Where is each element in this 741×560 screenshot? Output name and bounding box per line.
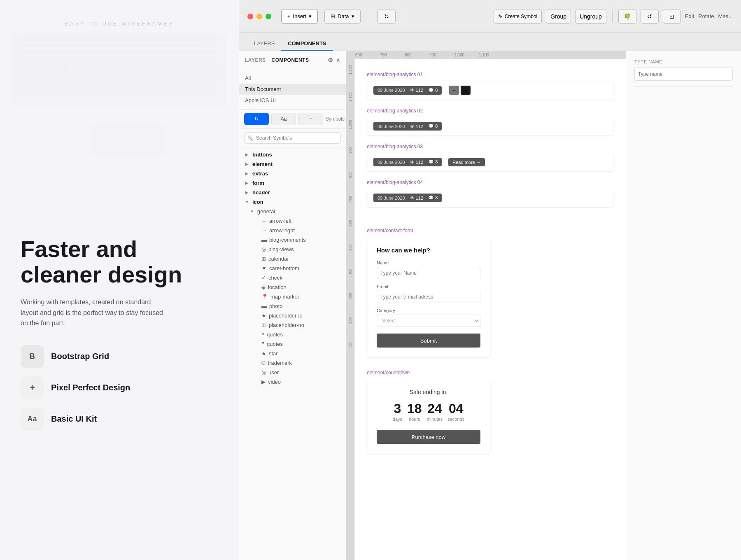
source-this-document[interactable]: This Document <box>239 84 346 95</box>
tree-label-quotes-2: quotes <box>267 341 283 347</box>
tree-label-buttons: buttons <box>252 152 272 158</box>
tree-label-blog-comments: blog-comments <box>269 237 306 243</box>
submit-button[interactable]: Submit <box>377 334 480 348</box>
insert-label: Insert <box>293 13 307 19</box>
arrow-right-icon: ▶ <box>245 190 250 195</box>
feature-label-1: Pixel Perfect Design <box>51 383 130 392</box>
ungroup-button[interactable]: Ungroup <box>575 9 606 24</box>
countdown-units: 3 days 18 hours 24 minutes <box>377 402 480 422</box>
tree-item-placeholder-ic[interactable]: ★ placeholder-ic <box>239 311 346 320</box>
mask-icon-btn[interactable]: ⊡ <box>663 9 681 24</box>
tree-item-check[interactable]: ✓ check <box>239 273 346 282</box>
data-button[interactable]: ⊞ Data ▾ <box>324 9 360 24</box>
tree-label-trademark: trademark <box>268 360 292 366</box>
tree-item-buttons[interactable]: ▶ buttons <box>239 150 346 159</box>
tree-item-quotes-1[interactable]: ❝ quotes <box>239 330 346 339</box>
tab-layers[interactable]: LAYERS <box>247 37 281 51</box>
purchase-button[interactable]: Purchase now <box>377 430 480 444</box>
analytics-card-1[interactable]: 09 June 2020 👁 112 💬 8 ← → <box>367 81 613 100</box>
tree-item-placeholder-no[interactable]: ① placeholder-no <box>239 320 346 330</box>
tab-bar: LAYERS COMPONENTS <box>239 33 741 51</box>
tree-item-quotes-2[interactable]: ❞ quotes <box>239 339 346 349</box>
analytics-card-3[interactable]: 09 June 2020 👁 112 💬 8 Read more → <box>367 153 613 171</box>
search-input[interactable] <box>244 132 341 144</box>
tree-item-header[interactable]: ▶ header <box>239 188 346 197</box>
tree-item-caret-bottom[interactable]: ▼ caret-bottom <box>239 264 346 273</box>
sync-button[interactable]: ↻ <box>377 9 396 24</box>
name-input[interactable] <box>377 267 480 279</box>
type-name-input[interactable] <box>634 68 733 81</box>
tree-item-arrow-right[interactable]: → arrow-right <box>239 226 346 235</box>
analytics-card-4-wrapper: element/blog-analytics 04 09 June 2020 👁… <box>367 180 613 207</box>
leaf-icon-btn[interactable]: 🍀 <box>618 9 636 24</box>
sidebar-header: LAYERS COMPONENTS ⚙ ∧ <box>239 51 346 69</box>
tree-item-blog-comments[interactable]: ▬ blog-comments <box>239 235 346 245</box>
meta-comments-3: 💬 8 <box>428 159 438 165</box>
tree-item-calendar[interactable]: ⊞ calendar <box>239 254 346 264</box>
ruler-mark-1000: 1.000 <box>453 53 478 57</box>
check-icon: ✓ <box>261 275 266 281</box>
group-button[interactable]: Group <box>546 9 571 24</box>
toolbar-separator-2 <box>404 11 404 22</box>
nav-next-arrow[interactable]: → <box>461 86 471 95</box>
sidebar-layers-tab[interactable]: LAYERS <box>245 57 266 63</box>
chevron-down-icon: ▾ <box>309 13 312 19</box>
category-select[interactable]: Select <box>377 315 480 327</box>
analytics-card-4[interactable]: 09 June 2020 👁 112 💬 8 <box>367 189 613 207</box>
tree-item-star[interactable]: ★ star <box>239 349 346 358</box>
analytics-meta-4: 09 June 2020 👁 112 💬 8 <box>373 194 442 202</box>
analytics-card-3-wrapper: element/blog-analytics 03 09 June 2020 👁… <box>367 144 613 171</box>
form-title: How can we help? <box>377 247 480 254</box>
tree-item-element[interactable]: ▶ element <box>239 159 346 169</box>
filter-text-btn[interactable]: Aa <box>271 113 296 125</box>
tree-label-blog-views: blog-views <box>268 246 294 252</box>
tree-item-general[interactable]: ▼ general <box>239 207 346 216</box>
close-button[interactable] <box>247 14 253 19</box>
source-all[interactable]: All <box>239 72 346 84</box>
tree-label-check: check <box>268 275 282 281</box>
tree-item-form[interactable]: ▶ form <box>239 178 346 188</box>
rotate-icon-btn[interactable]: ↺ <box>641 9 659 24</box>
sidebar-components-tab[interactable]: COMPONENTS <box>272 57 309 63</box>
read-more-button[interactable]: Read more → <box>448 158 485 166</box>
arrow-right-icon: ▶ <box>245 162 250 166</box>
tree-label-video: video <box>268 379 281 385</box>
tree-item-video[interactable]: ▶ video <box>239 377 346 387</box>
email-input[interactable] <box>377 291 480 303</box>
tree-item-map-marker[interactable]: 📍 map-marker <box>239 292 346 301</box>
blog-views-icon: ◎ <box>261 246 266 252</box>
tree-item-extras[interactable]: ▶ extras <box>239 169 346 178</box>
nav-prev-arrow[interactable]: ← <box>449 86 459 95</box>
days-label: days <box>393 417 402 422</box>
tree-item-blog-views[interactable]: ◎ blog-views <box>239 245 346 254</box>
caret-bottom-icon: ▼ <box>261 265 267 271</box>
mask-icon: ⊡ <box>669 13 674 20</box>
source-apple-ios[interactable]: Apple iOS UI <box>239 95 346 106</box>
right-panel: Type name <box>626 51 741 560</box>
tree-item-user[interactable]: ◎ user <box>239 368 346 377</box>
location-icon: ◈ <box>261 284 266 290</box>
chevron-up-icon[interactable]: ∧ <box>336 57 340 63</box>
title-bar: + Insert ▾ ⊞ Data ▾ ↻ ✎ Create Symbol Gr… <box>239 0 741 33</box>
edit-icon-btn[interactable]: ✎ Create Symbol <box>494 9 542 24</box>
filter-symbols-btn[interactable]: ↻ <box>244 113 269 125</box>
meta-date-1: 09 June 2020 <box>377 88 405 93</box>
maximize-button[interactable] <box>266 14 271 19</box>
tree-item-icon[interactable]: ▼ icon <box>239 197 346 207</box>
insert-button[interactable]: + Insert ▾ <box>281 9 318 24</box>
tab-components[interactable]: COMPONENTS <box>281 37 333 51</box>
toolbar-separator-3 <box>612 11 613 22</box>
tree-item-trademark[interactable]: ® trademark <box>239 358 346 368</box>
analytics-card-2[interactable]: 09 June 2020 👁 112 💬 8 <box>367 117 613 135</box>
ruler-mark-700: 700 <box>379 53 404 57</box>
watermark-text: EASY TO USE WIREFRAMES <box>65 21 174 27</box>
gear-icon[interactable]: ⚙ <box>328 57 333 63</box>
minimize-button[interactable] <box>256 14 262 19</box>
email-label: Email <box>377 284 480 289</box>
tree-item-photo[interactable]: ▬ photo <box>239 301 346 311</box>
analytics-card-3-label: element/blog-analytics 03 <box>367 144 613 149</box>
tree-item-location[interactable]: ◈ location <box>239 282 346 292</box>
filter-other-btn[interactable]: ↑ <box>298 113 323 125</box>
tree-item-arrow-left[interactable]: ← arrow-left <box>239 216 346 226</box>
tree-label-icon: icon <box>252 199 263 205</box>
